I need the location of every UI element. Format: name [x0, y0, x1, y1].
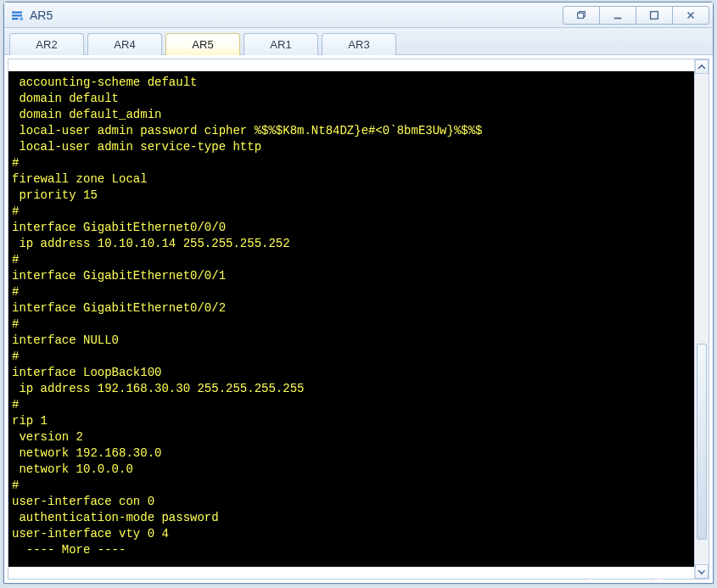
tab-ar3[interactable]: AR3 — [322, 33, 396, 55]
tab-label: AR2 — [36, 38, 57, 51]
close-button[interactable] — [672, 6, 709, 25]
app-window: AR5 AR2 AR4 AR5 AR1 AR3 accounting-schem… — [3, 2, 714, 584]
svg-point-0 — [20, 17, 23, 20]
tab-label: AR1 — [270, 38, 291, 51]
tab-ar5[interactable]: AR5 — [165, 33, 240, 55]
svg-rect-3 — [651, 11, 658, 19]
svg-rect-2 — [614, 17, 622, 19]
app-icon — [9, 8, 25, 23]
tab-ar2[interactable]: AR2 — [9, 33, 84, 55]
minimize-button[interactable] — [599, 6, 636, 25]
restore-secondary-button[interactable] — [563, 6, 600, 25]
svg-rect-1 — [578, 13, 584, 18]
tab-label: AR4 — [114, 38, 135, 51]
scroll-track[interactable] — [695, 74, 709, 564]
terminal-output[interactable]: accounting-scheme default domain default… — [8, 71, 694, 567]
title-bar: AR5 — [4, 3, 713, 28]
maximize-button[interactable] — [636, 6, 673, 25]
tab-bar: AR2 AR4 AR5 AR1 AR3 — [4, 28, 713, 55]
scroll-up-button[interactable] — [695, 59, 709, 74]
terminal-container: accounting-scheme default domain default… — [8, 59, 709, 580]
window-controls — [563, 6, 709, 25]
window-title: AR5 — [30, 8, 563, 22]
client-area: accounting-scheme default domain default… — [4, 55, 713, 583]
scroll-down-button[interactable] — [695, 564, 709, 579]
vertical-scrollbar[interactable] — [694, 59, 709, 579]
tab-ar4[interactable]: AR4 — [87, 33, 162, 55]
scroll-thumb[interactable] — [697, 344, 707, 540]
tab-label: AR3 — [348, 38, 369, 51]
tab-ar1[interactable]: AR1 — [244, 33, 318, 55]
tab-label: AR5 — [192, 38, 213, 51]
